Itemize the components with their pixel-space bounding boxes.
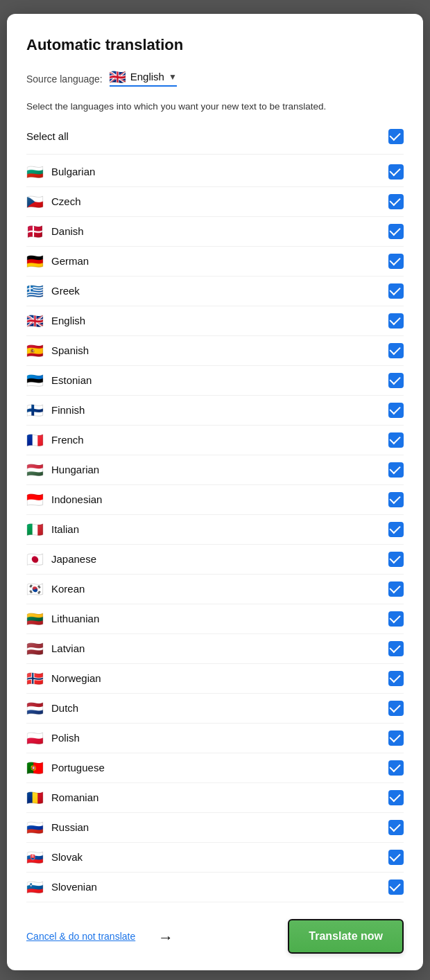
language-name: Hungarian xyxy=(51,464,99,475)
language-name: Latvian xyxy=(51,642,85,654)
language-name: Dutch xyxy=(51,702,78,714)
modal-title: Automatic translation xyxy=(26,36,404,54)
language-flag-icon: 🇵🇹 xyxy=(26,762,43,773)
language-checkbox[interactable] xyxy=(388,492,404,507)
select-all-label: Select all xyxy=(26,130,69,142)
language-item[interactable]: 🇰🇷Korean xyxy=(26,575,404,604)
language-item[interactable]: 🇳🇱Dutch xyxy=(26,694,404,724)
language-item[interactable]: 🇷🇺Russian xyxy=(26,813,404,843)
language-name: Danish xyxy=(51,225,84,237)
translate-now-button[interactable]: Translate now xyxy=(288,919,404,954)
language-item[interactable]: 🇮🇹Italian xyxy=(26,515,404,545)
language-name: Spanish xyxy=(51,344,89,356)
language-name: Finnish xyxy=(51,404,85,416)
language-item[interactable]: 🇪🇸Spanish xyxy=(26,336,404,366)
source-language-value: English xyxy=(130,71,164,82)
source-language-row: Source language: 🇬🇧 English ▼ xyxy=(26,71,404,87)
language-flag-icon: 🇵🇱 xyxy=(26,733,43,744)
language-name: French xyxy=(51,434,84,446)
language-item[interactable]: 🇬🇷Greek xyxy=(26,277,404,306)
language-checkbox[interactable] xyxy=(388,343,404,358)
language-flag-icon: 🇩🇪 xyxy=(26,256,43,267)
language-flag-icon: 🇪🇸 xyxy=(26,345,43,356)
language-checkbox[interactable] xyxy=(388,224,404,239)
language-flag-icon: 🇩🇰 xyxy=(26,226,43,237)
language-item[interactable]: 🇯🇵Japanese xyxy=(26,545,404,575)
language-checkbox[interactable] xyxy=(388,820,404,835)
language-flag-icon: 🇫🇮 xyxy=(26,405,43,416)
language-checkbox[interactable] xyxy=(388,373,404,388)
language-checkbox[interactable] xyxy=(388,164,404,180)
language-flag-icon: 🇸🇰 xyxy=(26,852,43,863)
language-item[interactable]: 🇪🇪Estonian xyxy=(26,366,404,396)
language-item[interactable]: 🇫🇮Finnish xyxy=(26,396,404,426)
language-flag-icon: 🇳🇴 xyxy=(26,673,43,684)
language-name: Norwegian xyxy=(51,672,101,684)
language-item[interactable]: 🇩🇪German xyxy=(26,247,404,277)
source-language-selector[interactable]: 🇬🇧 English ▼ xyxy=(110,71,177,87)
language-item[interactable]: 🇮🇩Indonesian xyxy=(26,485,404,515)
language-name: Greek xyxy=(51,285,80,297)
language-checkbox[interactable] xyxy=(388,432,404,448)
select-all-checkbox[interactable] xyxy=(388,129,404,144)
language-checkbox[interactable] xyxy=(388,701,404,716)
language-checkbox[interactable] xyxy=(388,283,404,299)
language-flag-icon: 🇨🇿 xyxy=(26,196,43,207)
language-checkbox[interactable] xyxy=(388,462,404,478)
language-checkbox[interactable] xyxy=(388,581,404,597)
language-item[interactable]: 🇱🇹Lithuanian xyxy=(26,604,404,634)
language-checkbox[interactable] xyxy=(388,760,404,776)
language-checkbox[interactable] xyxy=(388,522,404,537)
language-name: Czech xyxy=(51,195,81,207)
language-item[interactable]: 🇵🇱Polish xyxy=(26,724,404,753)
language-name: Slovenian xyxy=(51,881,97,893)
language-item[interactable]: 🇬🇧English xyxy=(26,306,404,336)
language-item[interactable]: 🇭🇺Hungarian xyxy=(26,455,404,485)
language-item[interactable]: 🇱🇻Latvian xyxy=(26,634,404,664)
language-item[interactable]: 🇨🇿Czech xyxy=(26,187,404,217)
language-name: Japanese xyxy=(51,553,96,565)
language-item[interactable]: 🇫🇷French xyxy=(26,426,404,455)
language-name: Romanian xyxy=(51,791,98,803)
language-checkbox[interactable] xyxy=(388,254,404,269)
language-checkbox[interactable] xyxy=(388,671,404,686)
language-flag-icon: 🇰🇷 xyxy=(26,584,43,595)
language-checkbox[interactable] xyxy=(388,403,404,418)
language-name: Polish xyxy=(51,732,80,744)
language-checkbox[interactable] xyxy=(388,850,404,865)
language-item[interactable]: 🇧🇬Bulgarian xyxy=(26,157,404,187)
language-flag-icon: 🇷🇺 xyxy=(26,822,43,833)
language-checkbox[interactable] xyxy=(388,880,404,895)
language-name: English xyxy=(51,315,85,326)
language-checkbox[interactable] xyxy=(388,194,404,209)
language-name: Portuguese xyxy=(51,762,105,773)
english-flag-icon: 🇬🇧 xyxy=(110,71,126,82)
language-name: Slovak xyxy=(51,851,83,863)
language-checkbox[interactable] xyxy=(388,611,404,627)
language-flag-icon: 🇬🇷 xyxy=(26,286,43,297)
language-checkbox[interactable] xyxy=(388,641,404,656)
language-name: Bulgarian xyxy=(51,166,95,177)
language-item[interactable]: 🇷🇴Romanian xyxy=(26,783,404,813)
language-name: Lithuanian xyxy=(51,613,99,624)
arrow-icon: → xyxy=(158,929,173,947)
language-flag-icon: 🇷🇴 xyxy=(26,792,43,803)
language-item[interactable]: 🇵🇹Portuguese xyxy=(26,753,404,783)
source-language-label: Source language: xyxy=(26,73,103,85)
language-flag-icon: 🇮🇩 xyxy=(26,494,43,505)
language-checkbox[interactable] xyxy=(388,552,404,567)
language-item[interactable]: 🇩🇰Danish xyxy=(26,217,404,247)
cancel-button[interactable]: Cancel & do not translate xyxy=(26,931,135,942)
language-item[interactable]: 🇸🇰Slovak xyxy=(26,843,404,873)
footer: Cancel & do not translate → Translate no… xyxy=(26,905,404,970)
language-flag-icon: 🇸🇮 xyxy=(26,882,43,893)
language-flag-icon: 🇳🇱 xyxy=(26,703,43,714)
language-checkbox[interactable] xyxy=(388,790,404,805)
language-flag-icon: 🇱🇹 xyxy=(26,613,43,624)
language-item[interactable]: 🇳🇴Norwegian xyxy=(26,664,404,694)
language-checkbox[interactable] xyxy=(388,313,404,329)
language-name: Russian xyxy=(51,821,89,833)
language-item[interactable]: 🇸🇮Slovenian xyxy=(26,873,404,902)
select-all-row[interactable]: Select all xyxy=(26,125,404,155)
language-checkbox[interactable] xyxy=(388,730,404,746)
